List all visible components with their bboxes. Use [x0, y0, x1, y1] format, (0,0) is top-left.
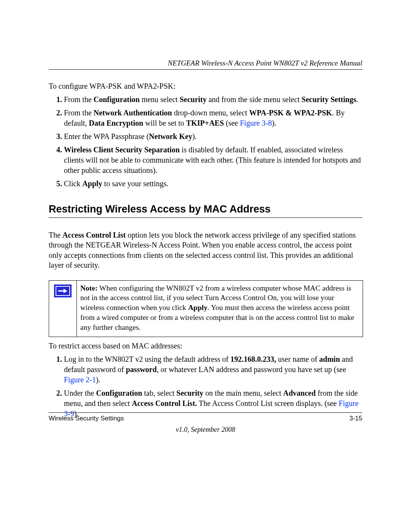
- figure-3-8-link[interactable]: Figure 3-8: [240, 119, 272, 127]
- restrict-steps-list: Log in to the WN802T v2 using the defaul…: [49, 354, 362, 419]
- intro-text-2: To restrict access based on MAC addresse…: [49, 341, 362, 351]
- note-box: Note: When configuring the WN802T v2 fro…: [49, 280, 363, 337]
- note-text: Note: When configuring the WN802T v2 fro…: [77, 281, 363, 337]
- arrow-right-icon: [54, 284, 72, 297]
- configure-steps-list: From the Configuration menu select Secur…: [49, 94, 362, 189]
- footer-section-title: Wireless Security Settings: [49, 415, 124, 422]
- step-1: From the Configuration menu select Secur…: [64, 94, 362, 105]
- section-paragraph: The Access Control List option lets you …: [49, 230, 362, 270]
- figure-2-1-link[interactable]: Figure 2-1: [64, 375, 96, 384]
- page-number: 3-15: [349, 415, 362, 422]
- running-header: NETGEAR Wireless-N Access Point WN802T v…: [49, 59, 362, 70]
- step-4: Wireless Client Security Separation is d…: [64, 145, 362, 176]
- svg-marker-1: [64, 289, 67, 293]
- restrict-step-1: Log in to the WN802T v2 using the defaul…: [64, 354, 362, 385]
- step-3: Enter the WPA Passphrase (Network Key).: [64, 131, 362, 142]
- version-line: v1.0, September 2008: [0, 426, 411, 434]
- step-2: From the Network Authentication drop-dow…: [64, 108, 362, 128]
- section-heading: Restricting Wireless Access by MAC Addre…: [49, 203, 362, 218]
- page-footer: Wireless Security Settings 3-15: [49, 412, 362, 422]
- intro-text-1: To configure WPA-PSK and WPA2-PSK:: [49, 81, 362, 91]
- document-page: NETGEAR Wireless-N Access Point WN802T v…: [0, 0, 411, 532]
- step-5: Click Apply to save your settings.: [64, 179, 362, 189]
